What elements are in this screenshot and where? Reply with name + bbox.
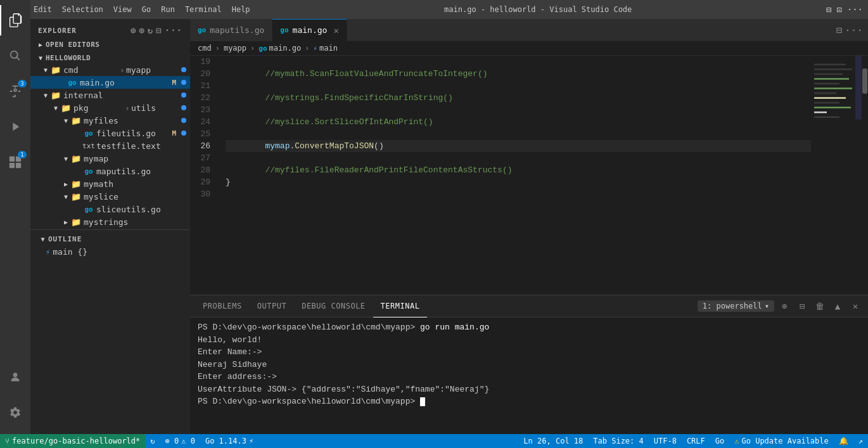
terminal-shell-selector[interactable]: 1: powershell ▾	[698, 300, 774, 312]
more-icon[interactable]: ···	[165, 25, 182, 35]
code-area[interactable]: //mymath.ScanFloatValueAndTruncateToInte…	[220, 56, 811, 295]
new-terminal-button[interactable]: ⊕	[777, 298, 792, 314]
tab-maingo[interactable]: go main.go ✕	[272, 19, 347, 41]
status-remote[interactable]: ↗	[853, 434, 868, 448]
sidebar-header: EXPLORER ⊕ ⊕ ↻ ⊟ ···	[30, 19, 190, 38]
terminal-output-5: Enter address:->	[198, 372, 277, 381]
status-tab-size[interactable]: Tab Size: 4	[588, 434, 648, 448]
maputils-tab-icon: go	[198, 26, 206, 34]
activity-explorer[interactable]	[0, 5, 30, 35]
terminal-content[interactable]: PS D:\dev\go-workspace\helloworld\cmd\my…	[190, 317, 868, 434]
panel-tab-output[interactable]: OUTPUT	[250, 295, 294, 317]
status-branch[interactable]: ⑂ feature/go-basic-helloworld*	[0, 434, 145, 448]
cmd-myapp-arrow: ▼	[41, 67, 51, 74]
editor-vscrollbar-thumb[interactable]	[862, 68, 867, 94]
tree-item-mymath[interactable]: ▶ 📁 mymath	[30, 177, 190, 190]
status-go-version[interactable]: Go 1.14.3 ⚡	[200, 434, 258, 448]
menu-view[interactable]: View	[113, 5, 132, 14]
refresh-icon[interactable]: ↻	[148, 25, 153, 35]
maingo-tab-close[interactable]: ✕	[333, 25, 338, 35]
helloworld-header[interactable]: ▼ HELLOWORLD	[30, 53, 190, 63]
status-go-update[interactable]: ⚠ Go Update Available	[729, 434, 834, 448]
status-encoding[interactable]: UTF-8	[649, 434, 682, 448]
code-line-30	[226, 188, 811, 200]
main-func-icon: ⚡	[46, 248, 50, 257]
tree-item-myslice[interactable]: ▼ 📁 myslice	[30, 190, 190, 203]
status-language[interactable]: Go	[710, 434, 729, 448]
breadcrumb-cmd[interactable]: cmd	[198, 44, 212, 53]
activity-settings[interactable]	[0, 397, 30, 428]
breadcrumb-myapp[interactable]: myapp	[224, 44, 246, 53]
minimap	[811, 56, 862, 295]
tree-item-myfiles[interactable]: ▼ 📁 myfiles	[30, 114, 190, 127]
tree-item-pkg-utils[interactable]: ▼ 📁 pkg › utils	[30, 101, 190, 114]
kill-terminal-button[interactable]: 🗑	[812, 298, 827, 314]
editor-content-area: 19 20 21 22 23 24 25 26 27 28 29 30	[190, 56, 868, 434]
terminal-cursor	[420, 397, 425, 406]
main-go-dot	[181, 80, 186, 85]
tab-maputils[interactable]: go maputils.go	[190, 19, 272, 41]
activity-run[interactable]	[0, 112, 30, 142]
status-errors[interactable]: ⊗ 0 ⚠ 0	[160, 434, 200, 448]
more-actions-icon[interactable]: ···	[847, 4, 863, 15]
breadcrumb-main[interactable]: ⚡ main	[313, 44, 338, 53]
tree-item-internal[interactable]: ▼ 📁 internal	[30, 89, 190, 101]
maximize-panel-button[interactable]: ▲	[830, 298, 845, 314]
outline-arrow: ▼	[38, 236, 48, 243]
menu-edit[interactable]: Edit	[34, 5, 52, 14]
activity-account[interactable]	[0, 362, 30, 392]
tree-item-fileutils-go[interactable]: go fileutils.go M	[30, 127, 190, 139]
split-terminal-button[interactable]: ⊟	[795, 298, 810, 314]
menu-go[interactable]: Go	[142, 5, 151, 14]
tree-item-mystrings[interactable]: ▶ 📁 mystrings	[30, 215, 190, 228]
tree-item-main-func[interactable]: ⚡ main {}	[30, 246, 190, 258]
go-update-icon: ⚠	[734, 437, 739, 445]
svg-rect-2	[10, 163, 15, 168]
menu-run[interactable]: Run	[161, 5, 175, 14]
status-notifications[interactable]: 🔔	[834, 434, 853, 448]
terminal-line-2: Hello, world!	[198, 334, 860, 347]
tree-item-sliceutils-go[interactable]: go sliceutils.go	[30, 203, 190, 215]
outline-header[interactable]: ▼ OUTLINE	[30, 233, 190, 246]
breadcrumb-maingo[interactable]: go main.go	[258, 44, 301, 53]
mymap-arrow: ▼	[61, 155, 71, 162]
close-panel-button[interactable]: ✕	[848, 298, 863, 314]
main-func-label: main {}	[53, 247, 87, 257]
more-actions-icon[interactable]: ···	[845, 24, 863, 36]
sliceutils-label: sliceutils.go	[96, 205, 190, 214]
panel-tab-debug-console[interactable]: DEBUG CONSOLE	[294, 295, 373, 317]
panel-tab-problems[interactable]: PROBLEMS	[195, 295, 250, 317]
menu-help[interactable]: Help	[232, 5, 250, 14]
layout-icon[interactable]: ⊟	[826, 4, 831, 15]
new-folder-icon[interactable]: ⊕	[139, 25, 144, 35]
tree-item-testfile[interactable]: txt testfile.text	[30, 139, 190, 152]
activity-source-control[interactable]: 3	[0, 76, 30, 106]
remote-icon: ↗	[858, 437, 863, 445]
tree-item-maputils-go[interactable]: go maputils.go	[30, 165, 190, 177]
tree-item-mymap[interactable]: ▼ 📁 mymap	[30, 152, 190, 165]
status-position[interactable]: Ln 26, Col 18	[518, 434, 588, 448]
activity-search[interactable]	[0, 41, 30, 71]
status-line-ending[interactable]: CRLF	[682, 434, 710, 448]
panel-tab-actions: 1: powershell ▾ ⊕ ⊟ 🗑 ▲ ✕	[698, 298, 863, 314]
panel-tab-terminal[interactable]: TERMINAL	[373, 295, 428, 317]
activity-extensions[interactable]: 1	[0, 147, 30, 177]
collapse-icon[interactable]: ⊟	[156, 25, 162, 35]
terminal-output-6: UserAttribute JSON-> {"address":"Sidhaye…	[198, 385, 489, 394]
sync-icon: ↻	[150, 437, 155, 445]
new-file-icon[interactable]: ⊕	[131, 25, 136, 35]
breadcrumb-main-label: main	[319, 44, 338, 53]
line-ending-text: CRLF	[687, 437, 705, 445]
open-editors-header[interactable]: ▶ OPEN EDITORS	[30, 39, 190, 50]
split-editor-icon[interactable]: ⊟	[836, 24, 842, 36]
terminal-line-1: PS D:\dev\go-workspace\helloworld\cmd\my…	[198, 321, 860, 334]
panel-layout-icon[interactable]: ⊡	[836, 4, 841, 15]
tree-item-main-go[interactable]: go main.go M	[30, 76, 190, 89]
status-sync[interactable]: ↻	[145, 434, 160, 448]
menu-terminal[interactable]: Terminal	[185, 5, 222, 14]
menu-selection[interactable]: Selection	[62, 5, 103, 14]
tree-item-cmd-myapp[interactable]: ▼ 📁 cmd › myapp	[30, 63, 190, 76]
mystrings-folder-icon: 📁	[71, 217, 81, 227]
sliceutils-go-icon: go	[84, 204, 94, 214]
editor-vscrollbar[interactable]	[862, 56, 868, 295]
